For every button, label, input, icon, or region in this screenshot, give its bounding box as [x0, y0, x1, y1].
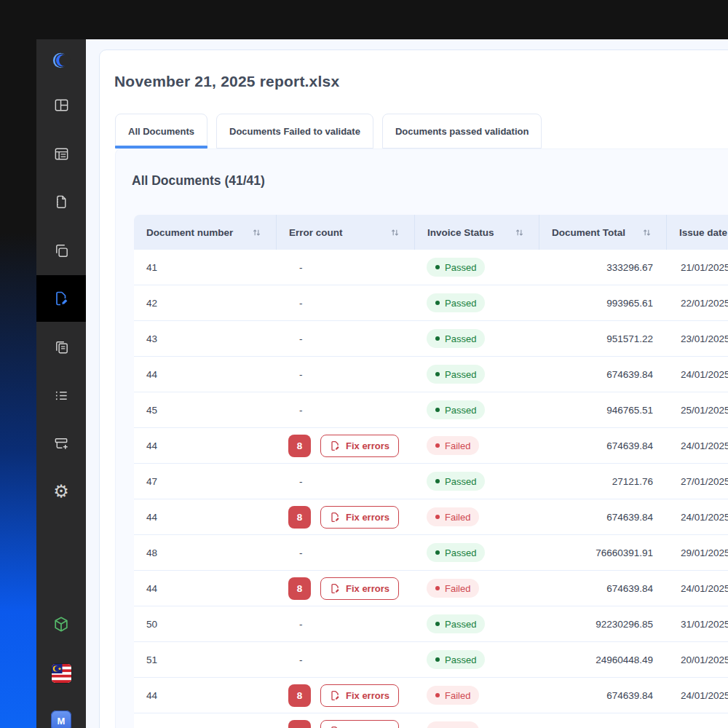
document-icon	[53, 194, 70, 210]
status-dot-icon	[435, 301, 440, 305]
invoice-status-cell: Passed	[414, 357, 539, 392]
sidebar-item-settings[interactable]: ⚙	[47, 477, 76, 506]
sidebar-item-pages[interactable]	[47, 333, 76, 362]
sidebar-item-document-edit[interactable]	[47, 284, 76, 313]
table-row: 44-Passed674639.8424/01/2025	[134, 357, 728, 392]
error-count-badge: 8	[288, 506, 311, 529]
sidebar-item-document[interactable]	[47, 187, 76, 216]
column-header-invoice-status[interactable]: Invoice Status	[414, 215, 539, 250]
column-label: Issue date	[679, 227, 727, 238]
status-label: Failed	[445, 690, 470, 701]
status-badge: Passed	[427, 543, 485, 562]
status-badge: Passed	[427, 400, 485, 419]
sidebar-item-archive-add[interactable]	[47, 429, 76, 458]
document-number-cell: 44	[134, 713, 276, 728]
fix-errors-label: Fix errors	[346, 726, 389, 728]
status-dot-icon	[435, 550, 440, 555]
m-app-icon: M	[51, 711, 71, 728]
sidebar: ⚙	[36, 39, 86, 728]
document-edit-icon	[52, 290, 70, 307]
sidebar-item-m-app[interactable]: M	[47, 711, 76, 728]
invoice-status-cell: Failed	[414, 499, 539, 534]
document-total-cell: 76660391.91	[539, 535, 666, 570]
document-total-cell: 674639.84	[539, 499, 666, 534]
status-badge: Passed	[427, 650, 485, 669]
column-header-document-total[interactable]: Document Total	[539, 215, 666, 250]
issue-date-cell: 20/01/2025	[666, 642, 728, 677]
error-count-cell: -	[276, 464, 414, 499]
sidebar-item-table[interactable]	[47, 139, 76, 168]
status-dot-icon	[435, 372, 440, 376]
status-badge: Passed	[427, 258, 485, 277]
pages-icon	[53, 339, 70, 356]
table-row: 41-Passed333296.6721/01/2025	[134, 250, 728, 285]
invoice-status-cell: Passed	[414, 285, 539, 320]
sidebar-item-list[interactable]	[47, 381, 76, 410]
status-dot-icon	[435, 693, 440, 697]
document-number-cell: 43	[134, 321, 276, 356]
tab-failed-validation[interactable]: Documents Failed to validate	[216, 114, 373, 149]
app-logo[interactable]	[47, 48, 76, 73]
sidebar-item-flag[interactable]	[47, 659, 76, 688]
archive-add-icon	[53, 435, 70, 452]
status-label: Passed	[445, 369, 476, 380]
tab-passed-validation[interactable]: Documents passed validation	[382, 114, 542, 149]
column-header-issue-date[interactable]: Issue date	[666, 215, 728, 250]
status-badge: Failed	[427, 686, 479, 705]
invoice-status-cell: Passed	[414, 392, 539, 427]
error-count-badge: 8	[288, 684, 311, 707]
status-label: Failed	[445, 726, 470, 728]
table-row: 42-Passed993965.6122/01/2025	[134, 285, 728, 321]
panels-icon	[53, 97, 70, 114]
status-label: Failed	[445, 512, 470, 523]
column-header-document-number[interactable]: Document number	[134, 215, 276, 250]
invoice-status-cell: Failed	[414, 571, 539, 606]
status-badge: Passed	[427, 365, 485, 384]
fix-errors-button[interactable]: Fix errors	[320, 435, 399, 457]
table-row: 448Fix errorsFailed674639.8424/01/2025	[134, 678, 728, 713]
column-label: Invoice Status	[427, 227, 494, 238]
issue-date-cell: 24/01/2025	[666, 428, 728, 463]
no-errors-dash: -	[299, 262, 303, 273]
document-number-cell: 50	[134, 606, 276, 641]
document-number-cell: 44	[134, 499, 276, 534]
fix-errors-button[interactable]: Fix errors	[320, 720, 399, 728]
malaysia-flag-icon	[52, 664, 71, 683]
fix-errors-button[interactable]: Fix errors	[320, 684, 399, 707]
status-dot-icon	[435, 479, 440, 483]
fix-errors-button[interactable]: Fix errors	[320, 577, 399, 600]
status-badge: Failed	[427, 507, 479, 526]
document-total-cell: 951571.22	[539, 321, 666, 356]
tab-panel: All Documents (41/41) Document number Er…	[115, 149, 728, 728]
fix-errors-label: Fix errors	[346, 440, 389, 451]
no-errors-dash: -	[299, 654, 303, 665]
document-number-cell: 47	[134, 464, 276, 499]
column-label: Document Total	[552, 227, 625, 238]
sidebar-item-copy[interactable]	[47, 236, 76, 265]
tab-all-documents[interactable]: All Documents	[115, 114, 207, 149]
fix-errors-button[interactable]: Fix errors	[320, 506, 399, 529]
status-dot-icon	[435, 336, 440, 341]
tab-label: Documents Failed to validate	[229, 126, 360, 137]
document-total-cell: 674639.84	[539, 713, 666, 728]
table-row: 448Fix errorsFailed674639.8424/01/2025	[134, 428, 728, 464]
invoice-status-cell: Passed	[414, 606, 539, 641]
sidebar-item-panels[interactable]	[47, 90, 76, 119]
status-label: Passed	[445, 405, 476, 416]
table-row: 43-Passed951571.2223/01/2025	[134, 321, 728, 357]
error-count-cell: -	[276, 357, 414, 392]
column-header-error-count[interactable]: Error count	[276, 215, 414, 250]
issue-date-cell: 22/01/2025	[666, 285, 728, 320]
sort-icon	[390, 228, 400, 237]
invoice-status-cell: Passed	[414, 321, 539, 356]
section-heading: All Documents (41/41)	[132, 173, 265, 189]
document-edit-icon	[330, 726, 341, 728]
no-errors-dash: -	[299, 298, 303, 309]
copy-icon	[53, 242, 70, 259]
document-number-cell: 44	[134, 357, 276, 392]
error-count-badge: 8	[288, 720, 311, 728]
sidebar-item-package[interactable]	[47, 610, 76, 639]
issue-date-cell: 31/01/2025	[666, 606, 728, 641]
status-label: Passed	[445, 547, 476, 558]
status-label: Failed	[445, 583, 470, 594]
